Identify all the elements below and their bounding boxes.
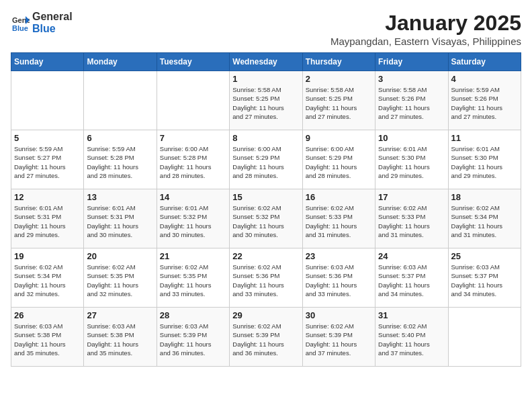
day-info: Sunrise: 6:02 AM Sunset: 5:33 PM Dayligh… [378, 203, 445, 239]
day-info: Sunrise: 6:02 AM Sunset: 5:32 PM Dayligh… [232, 203, 299, 239]
calendar-cell: 1Sunrise: 5:58 AM Sunset: 5:25 PM Daylig… [230, 71, 302, 130]
day-info: Sunrise: 6:02 AM Sunset: 5:35 PM Dayligh… [160, 263, 226, 298]
day-number: 10 [378, 133, 445, 143]
day-info: Sunrise: 5:58 AM Sunset: 5:26 PM Dayligh… [378, 85, 445, 121]
day-info: Sunrise: 5:59 AM Sunset: 5:27 PM Dayligh… [14, 144, 81, 180]
day-number: 23 [306, 251, 372, 261]
calendar-cell [84, 71, 157, 130]
day-info: Sunrise: 6:02 AM Sunset: 5:34 PM Dayligh… [14, 263, 81, 298]
day-number: 15 [232, 192, 299, 202]
calendar-week-row: 5Sunrise: 5:59 AM Sunset: 5:27 PM Daylig… [11, 130, 521, 189]
calendar-cell [157, 71, 229, 130]
day-number: 27 [87, 310, 153, 320]
day-info: Sunrise: 6:03 AM Sunset: 5:36 PM Dayligh… [306, 263, 372, 298]
day-number: 31 [378, 310, 445, 320]
weekday-header-sunday: Sunday [11, 53, 84, 71]
logo-icon: General Blue [11, 13, 30, 32]
day-number: 8 [232, 133, 299, 143]
day-number: 25 [451, 251, 518, 261]
calendar-cell: 6Sunrise: 5:59 AM Sunset: 5:28 PM Daylig… [84, 130, 157, 189]
day-number: 21 [160, 251, 226, 261]
weekday-header-wednesday: Wednesday [230, 53, 302, 71]
day-info: Sunrise: 6:02 AM Sunset: 5:36 PM Dayligh… [232, 263, 299, 298]
day-number: 5 [14, 133, 81, 143]
day-info: Sunrise: 6:02 AM Sunset: 5:40 PM Dayligh… [378, 322, 445, 357]
day-info: Sunrise: 6:01 AM Sunset: 5:30 PM Dayligh… [451, 144, 518, 180]
calendar-cell: 25Sunrise: 6:03 AM Sunset: 5:37 PM Dayli… [448, 248, 521, 308]
calendar-cell: 2Sunrise: 5:58 AM Sunset: 5:25 PM Daylig… [302, 71, 375, 130]
calendar-cell: 19Sunrise: 6:02 AM Sunset: 5:34 PM Dayli… [11, 248, 84, 308]
day-number: 17 [378, 192, 445, 202]
day-number: 12 [14, 192, 81, 202]
day-info: Sunrise: 5:58 AM Sunset: 5:25 PM Dayligh… [306, 85, 372, 121]
day-info: Sunrise: 6:01 AM Sunset: 5:31 PM Dayligh… [87, 203, 153, 239]
day-info: Sunrise: 6:03 AM Sunset: 5:39 PM Dayligh… [160, 322, 226, 357]
weekday-header-friday: Friday [375, 53, 448, 71]
day-number: 4 [451, 74, 518, 84]
calendar-title: January 2025 [330, 11, 521, 36]
calendar-cell: 24Sunrise: 6:03 AM Sunset: 5:37 PM Dayli… [375, 248, 448, 308]
calendar-cell: 8Sunrise: 6:00 AM Sunset: 5:29 PM Daylig… [230, 130, 302, 189]
day-info: Sunrise: 6:03 AM Sunset: 5:37 PM Dayligh… [451, 263, 518, 298]
day-number: 2 [306, 74, 372, 84]
day-info: Sunrise: 6:02 AM Sunset: 5:39 PM Dayligh… [232, 322, 299, 357]
calendar-cell: 9Sunrise: 6:00 AM Sunset: 5:29 PM Daylig… [302, 130, 375, 189]
weekday-header-saturday: Saturday [448, 53, 521, 71]
day-number: 22 [232, 251, 299, 261]
calendar-cell: 31Sunrise: 6:02 AM Sunset: 5:40 PM Dayli… [375, 308, 448, 367]
header: General Blue General Blue January 2025 M… [11, 11, 521, 47]
calendar-week-row: 12Sunrise: 6:01 AM Sunset: 5:31 PM Dayli… [11, 189, 521, 248]
weekday-header-tuesday: Tuesday [157, 53, 229, 71]
calendar-cell: 28Sunrise: 6:03 AM Sunset: 5:39 PM Dayli… [157, 308, 229, 367]
calendar-cell: 7Sunrise: 6:00 AM Sunset: 5:28 PM Daylig… [157, 130, 229, 189]
calendar-cell: 13Sunrise: 6:01 AM Sunset: 5:31 PM Dayli… [84, 189, 157, 248]
calendar-week-row: 1Sunrise: 5:58 AM Sunset: 5:25 PM Daylig… [11, 71, 521, 130]
calendar-cell: 17Sunrise: 6:02 AM Sunset: 5:33 PM Dayli… [375, 189, 448, 248]
day-number: 28 [160, 310, 226, 320]
calendar-cell: 5Sunrise: 5:59 AM Sunset: 5:27 PM Daylig… [11, 130, 84, 189]
day-number: 13 [87, 192, 153, 202]
day-number: 7 [160, 133, 226, 143]
day-number: 30 [306, 310, 372, 320]
day-number: 14 [160, 192, 226, 202]
logo-general-text: General [32, 11, 73, 23]
day-info: Sunrise: 6:02 AM Sunset: 5:39 PM Dayligh… [306, 322, 372, 357]
calendar-table: SundayMondayTuesdayWednesdayThursdayFrid… [11, 52, 521, 367]
day-number: 3 [378, 74, 445, 84]
day-number: 20 [87, 251, 153, 261]
logo-blue-text: Blue [32, 23, 73, 35]
calendar-cell [11, 71, 84, 130]
day-number: 29 [232, 310, 299, 320]
day-number: 1 [232, 74, 299, 84]
calendar-week-row: 19Sunrise: 6:02 AM Sunset: 5:34 PM Dayli… [11, 248, 521, 308]
calendar-cell [448, 308, 521, 367]
calendar-cell: 12Sunrise: 6:01 AM Sunset: 5:31 PM Dayli… [11, 189, 84, 248]
day-info: Sunrise: 6:03 AM Sunset: 5:38 PM Dayligh… [87, 322, 153, 357]
logo: General Blue General Blue [11, 11, 73, 34]
calendar-cell: 18Sunrise: 6:02 AM Sunset: 5:34 PM Dayli… [448, 189, 521, 248]
day-info: Sunrise: 6:02 AM Sunset: 5:33 PM Dayligh… [306, 203, 372, 239]
day-info: Sunrise: 6:02 AM Sunset: 5:34 PM Dayligh… [451, 203, 518, 239]
calendar-cell: 23Sunrise: 6:03 AM Sunset: 5:36 PM Dayli… [302, 248, 375, 308]
calendar-cell: 4Sunrise: 5:59 AM Sunset: 5:26 PM Daylig… [448, 71, 521, 130]
day-info: Sunrise: 6:03 AM Sunset: 5:37 PM Dayligh… [378, 263, 445, 298]
weekday-header-thursday: Thursday [302, 53, 375, 71]
calendar-cell: 16Sunrise: 6:02 AM Sunset: 5:33 PM Dayli… [302, 189, 375, 248]
day-number: 26 [14, 310, 81, 320]
day-info: Sunrise: 6:03 AM Sunset: 5:38 PM Dayligh… [14, 322, 81, 357]
calendar-cell: 21Sunrise: 6:02 AM Sunset: 5:35 PM Dayli… [157, 248, 229, 308]
calendar-cell: 22Sunrise: 6:02 AM Sunset: 5:36 PM Dayli… [230, 248, 302, 308]
day-info: Sunrise: 6:01 AM Sunset: 5:32 PM Dayligh… [160, 203, 226, 239]
day-info: Sunrise: 6:02 AM Sunset: 5:35 PM Dayligh… [87, 263, 153, 298]
calendar-subtitle: Maypangdan, Eastern Visayas, Philippines [330, 36, 521, 47]
calendar-cell: 26Sunrise: 6:03 AM Sunset: 5:38 PM Dayli… [11, 308, 84, 367]
day-number: 11 [451, 133, 518, 143]
calendar-cell: 27Sunrise: 6:03 AM Sunset: 5:38 PM Dayli… [84, 308, 157, 367]
day-number: 16 [306, 192, 372, 202]
calendar-cell: 30Sunrise: 6:02 AM Sunset: 5:39 PM Dayli… [302, 308, 375, 367]
day-number: 9 [306, 133, 372, 143]
calendar-cell: 29Sunrise: 6:02 AM Sunset: 5:39 PM Dayli… [230, 308, 302, 367]
weekday-header-row: SundayMondayTuesdayWednesdayThursdayFrid… [11, 53, 521, 71]
day-info: Sunrise: 6:00 AM Sunset: 5:28 PM Dayligh… [160, 144, 226, 180]
calendar-cell: 20Sunrise: 6:02 AM Sunset: 5:35 PM Dayli… [84, 248, 157, 308]
